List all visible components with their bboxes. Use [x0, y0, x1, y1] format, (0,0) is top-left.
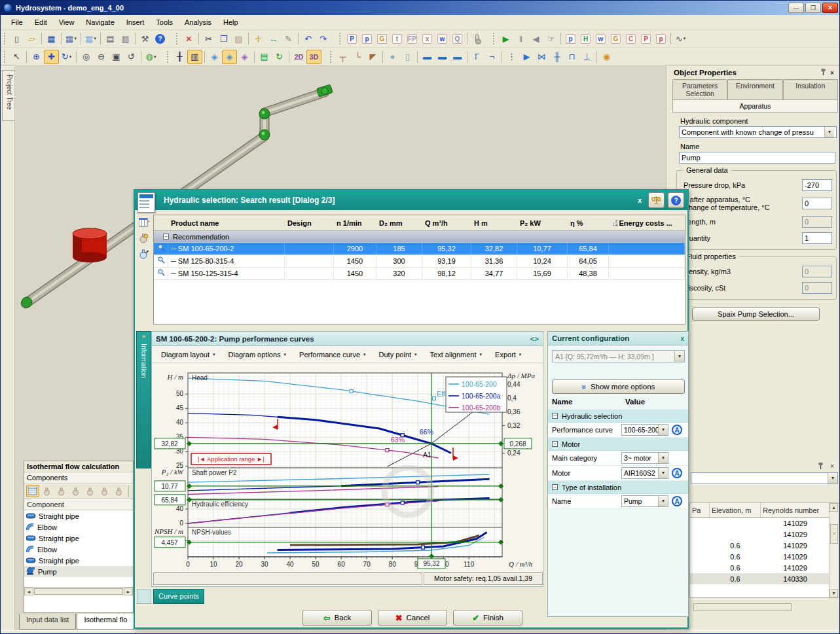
minimize-button[interactable]: — [788, 3, 804, 13]
swap-direction-icon[interactable]: ↔ [266, 31, 281, 46]
menu-help[interactable]: Help [218, 16, 244, 28]
pump-database-icon[interactable] [138, 232, 150, 244]
param-x-icon[interactable]: x [420, 31, 435, 46]
information-side-tab[interactable]: » Information [136, 331, 151, 468]
column-header[interactable]: η % [568, 219, 609, 227]
menu-view[interactable]: View [54, 16, 80, 28]
tools-hammer-icon[interactable]: ⚒ [137, 31, 153, 46]
group-row-recommendation[interactable]: −Recommendation [154, 231, 685, 243]
show-dimensions-icon[interactable]: ▥ [187, 50, 202, 64]
undo-icon[interactable]: ↶ [301, 31, 316, 46]
spaix-pump-selection-button[interactable]: Spaix Pump Selection... [692, 308, 820, 321]
pin-icon[interactable] [818, 69, 828, 77]
param-FP-icon[interactable]: FP [405, 31, 420, 46]
auto-select-badge[interactable]: A [672, 468, 682, 478]
insert-orifice-icon[interactable]: ⋮ [504, 50, 519, 64]
result-H-icon[interactable]: H [578, 31, 593, 46]
show-more-options-button[interactable]: » Show more options [552, 379, 685, 394]
zoom-in-icon[interactable]: ⊕ [29, 50, 44, 64]
insert-pipe-io-icon[interactable]: ▬ [450, 50, 465, 64]
close-panel-icon[interactable]: × [828, 463, 837, 470]
component-list-item[interactable]: Straight pipe [24, 555, 133, 566]
magnifier-icon[interactable] [154, 255, 168, 267]
name-field[interactable]: Pump [679, 152, 835, 164]
insert-pipe-icon[interactable]: ▬ [420, 50, 435, 64]
connect-mode-3-icon[interactable]: ◈ [237, 50, 252, 64]
close-panel-icon[interactable]: × [828, 69, 837, 77]
auto-select-badge[interactable]: A [672, 425, 682, 435]
insert-branch-icon[interactable]: └ [350, 50, 365, 64]
column-header[interactable]: P₂ kW [517, 219, 568, 227]
scroll-down-icon[interactable]: ▼ [830, 589, 838, 597]
results-hscrollbar[interactable] [693, 603, 792, 611]
open-file-icon[interactable]: ▱ [24, 31, 39, 46]
flask-tool-4-icon[interactable] [83, 485, 96, 497]
column-header[interactable]: n 1/min [334, 219, 376, 227]
zoom-previous-icon[interactable]: ↺ [124, 50, 139, 64]
project-tree-tab[interactable]: Project Tree [2, 70, 14, 121]
flask-tool-6-icon[interactable] [112, 485, 125, 497]
config-group-motor[interactable]: −Motor [548, 438, 688, 451]
dialog-help-button[interactable]: ? [668, 192, 684, 208]
insert-tee-icon[interactable]: ◤ [365, 50, 380, 64]
results-grid-row[interactable]: 0.6140330 [690, 573, 839, 584]
chevron-down-icon[interactable]: ▾ [824, 127, 834, 137]
result-row[interactable]: ─ SM 150-125-315-4145032098,1234,7715,69… [154, 268, 685, 280]
insert-node-icon[interactable]: ┬ [335, 50, 350, 64]
curves-menu-text-alignment[interactable]: Text alignment▾ [425, 349, 487, 361]
step-back-icon[interactable]: ◀ [528, 31, 543, 46]
zoom-window-icon[interactable]: ▣ [109, 50, 124, 64]
column-header[interactable]: Q m³/h [422, 219, 471, 227]
bottom-tab-0[interactable]: Input data list [19, 614, 76, 630]
view-3d-icon[interactable]: 3D [306, 50, 321, 64]
pin-icon[interactable] [816, 463, 825, 470]
component-list-item[interactable]: Elbow [24, 544, 133, 555]
menu-analysis[interactable]: Analysis [179, 16, 217, 28]
insert-nozzle-icon[interactable]: ▶ [519, 50, 534, 64]
close-button[interactable]: ✕ [822, 3, 838, 13]
cancel-button[interactable]: ✖ Cancel [378, 610, 447, 625]
zoom-out-icon[interactable]: ⊖ [94, 50, 109, 64]
config-value-select[interactable]: AIR160S2▾ [621, 467, 668, 479]
curves-menu-performance-curve[interactable]: Performance curve▾ [294, 349, 371, 361]
table-view-icon[interactable]: ▦▾ [83, 31, 98, 46]
flask-tool-5-icon[interactable] [98, 485, 111, 497]
view-presets-icon[interactable]: ◍▾ [143, 50, 158, 64]
collapse-icon[interactable]: − [552, 484, 558, 490]
finish-button[interactable]: ✔ Finish [453, 610, 522, 625]
sort-icon[interactable]: ↓ZA [612, 219, 618, 227]
magnifier-icon[interactable] [154, 268, 168, 279]
curves-menu-diagram-options[interactable]: Diagram options▾ [223, 349, 292, 361]
grid-view-icon[interactable] [26, 485, 39, 497]
config-group-type-of-installation[interactable]: −Type of installation [548, 481, 688, 494]
insert-ring-icon[interactable]: ◉ [599, 50, 614, 64]
duty-point-select[interactable]: A1 [Q: 95,72m³/h --- H: 33,09m ] ▾ [552, 350, 685, 362]
column-header[interactable]: H m [471, 219, 517, 227]
result-P-down-icon[interactable]: P [638, 31, 653, 46]
delete-icon[interactable]: ✕ [181, 31, 196, 46]
collapse-icon[interactable]: − [552, 413, 558, 419]
chevron-down-icon[interactable]: ▾ [828, 473, 837, 484]
insert-pump-head-icon[interactable]: ⊓ [564, 50, 579, 64]
menu-tools[interactable]: Tools [151, 16, 178, 28]
collapse-icon[interactable]: − [163, 234, 169, 239]
cut-icon[interactable]: ✂ [201, 31, 216, 46]
config-value-select[interactable]: Pump▾ [621, 495, 668, 507]
undock-icon[interactable]: <> [530, 335, 539, 343]
insert-column-icon[interactable]: ▯ [400, 50, 415, 64]
back-button[interactable]: ⇦ Back [302, 610, 372, 625]
copy-icon[interactable]: ❐ [216, 31, 231, 46]
thermometer-icon[interactable] [469, 31, 484, 46]
restore-button[interactable]: ❐ [805, 3, 821, 13]
collapsed-tab[interactable] [137, 589, 151, 604]
auto-select-badge[interactable]: A [672, 496, 682, 506]
paste-icon[interactable]: ▨ [231, 31, 246, 46]
result-G-icon[interactable]: G [608, 31, 623, 46]
chevron-down-icon[interactable]: ▾ [674, 351, 684, 362]
save-icon[interactable]: ▦ [44, 31, 59, 46]
rotate-view-icon[interactable]: ↻▾ [59, 50, 74, 64]
param-P-chart-icon[interactable]: P [344, 31, 359, 46]
config-value-select[interactable]: 3~ motor▾ [621, 452, 668, 464]
results-grid-row[interactable]: 0.6141029 [690, 562, 839, 573]
new-document-icon[interactable]: ▯ [9, 31, 24, 46]
